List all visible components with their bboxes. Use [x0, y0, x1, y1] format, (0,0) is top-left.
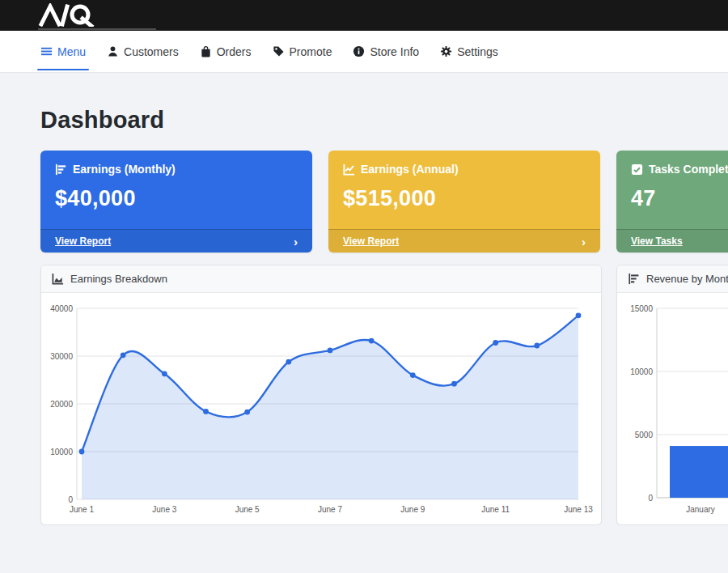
top-app-bar: [0, 0, 728, 31]
tag-icon: [273, 45, 285, 57]
stat-cards-row: Earnings (Monthly) $40,000 View Report ›…: [40, 151, 728, 253]
nav-label: Settings: [457, 45, 498, 58]
nav-label: Store Info: [370, 45, 419, 58]
page-title: Dashboard: [40, 107, 728, 134]
svg-text:30000: 30000: [50, 352, 73, 361]
stat-card-value: $40,000: [55, 186, 298, 211]
nav-label: Promote: [290, 45, 332, 58]
hamburger-icon: [40, 45, 53, 57]
view-tasks-link[interactable]: View Tasks: [631, 236, 683, 247]
tasks-completed-card[interactable]: Tasks Completed 47 View Tasks ›: [616, 151, 728, 253]
nav-item-menu[interactable]: Menu: [40, 31, 86, 72]
chevron-right-icon[interactable]: ›: [294, 236, 298, 248]
view-report-link[interactable]: View Report: [55, 236, 111, 247]
area-chart-icon: [52, 273, 64, 285]
check-square-icon: [631, 163, 643, 176]
line-chart-icon: [343, 163, 355, 176]
svg-text:January: January: [686, 505, 715, 514]
svg-text:40000: 40000: [50, 304, 73, 313]
stat-card-value: 47: [631, 186, 728, 211]
page-content: Dashboard Earnings (Monthly) $40,000 Vie…: [0, 73, 728, 525]
earnings-annual-card[interactable]: Earnings (Annual) $515,000 View Report ›: [328, 151, 600, 253]
svg-text:5000: 5000: [635, 431, 654, 439]
nav-item-settings[interactable]: Settings: [440, 31, 498, 72]
svg-text:June 9: June 9: [400, 505, 425, 514]
bar-chart-icon: [55, 163, 67, 176]
nav-label: Menu: [57, 45, 86, 58]
nav-item-orders[interactable]: Orders: [200, 31, 252, 72]
nav-item-store-info[interactable]: Store Info: [353, 31, 419, 72]
svg-text:June 1: June 1: [70, 505, 94, 514]
nav-label: Customers: [124, 45, 179, 58]
svg-text:15000: 15000: [630, 304, 653, 313]
logo-underline: [38, 28, 156, 30]
chevron-right-icon[interactable]: ›: [582, 236, 586, 248]
svg-text:10000: 10000: [630, 367, 653, 376]
nav-item-customers[interactable]: Customers: [107, 31, 179, 72]
gear-icon: [440, 45, 452, 57]
info-circle-icon: [353, 45, 365, 57]
earnings-breakdown-card: Earnings Breakdown 010000200003000040000…: [40, 265, 602, 525]
svg-text:June 5: June 5: [235, 505, 260, 514]
chart-title: Earnings Breakdown: [70, 273, 167, 285]
aiq-logo-icon[interactable]: [38, 3, 104, 27]
revenue-by-month-bar-chart[interactable]: 050001000015000January: [617, 293, 728, 525]
revenue-by-month-card: Revenue by Month 050001000015000January: [616, 265, 728, 525]
svg-text:June 7: June 7: [318, 505, 342, 514]
stat-card-title: Tasks Completed: [649, 163, 728, 176]
svg-text:10000: 10000: [50, 448, 73, 456]
bag-icon: [200, 45, 212, 57]
main-navbar: Menu Customers Orders Promote Store Info: [0, 31, 728, 73]
svg-text:20000: 20000: [50, 400, 73, 409]
nav-label: Orders: [217, 45, 252, 58]
bar-chart-icon: [628, 273, 640, 285]
earnings-breakdown-line-chart[interactable]: 010000200003000040000June 1June 3June 5J…: [41, 293, 601, 525]
nav-item-promote[interactable]: Promote: [273, 31, 332, 72]
svg-text:June 13: June 13: [564, 505, 593, 514]
stat-card-title: Earnings (Monthly): [73, 163, 176, 176]
charts-row: Earnings Breakdown 010000200003000040000…: [40, 265, 728, 525]
svg-text:June 11: June 11: [481, 505, 510, 514]
earnings-monthly-card[interactable]: Earnings (Monthly) $40,000 View Report ›: [40, 151, 312, 253]
svg-text:0: 0: [648, 494, 653, 503]
svg-text:0: 0: [68, 495, 73, 504]
stat-card-value: $515,000: [343, 186, 586, 211]
svg-text:June 3: June 3: [152, 505, 176, 514]
chart-title: Revenue by Month: [646, 273, 728, 285]
person-icon: [107, 45, 119, 57]
view-report-link[interactable]: View Report: [343, 236, 399, 247]
stat-card-title: Earnings (Annual): [361, 163, 459, 176]
